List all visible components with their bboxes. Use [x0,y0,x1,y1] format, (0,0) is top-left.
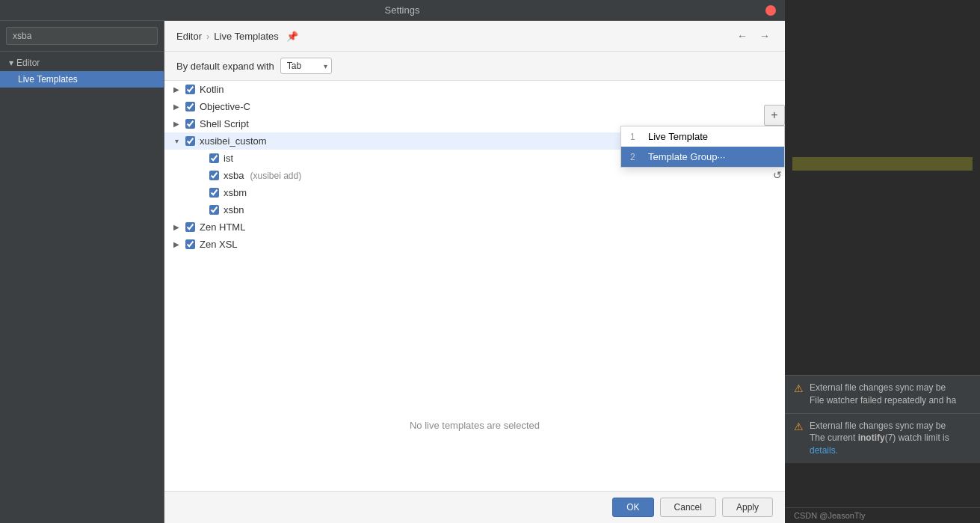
nav-forward-button[interactable]: → [756,28,773,43]
chevron-down-icon: ▾ [9,58,13,68]
empty-message-area: No live templates are selected [164,360,785,491]
dropdown-num-2: 2 [630,152,642,162]
search-box [0,21,164,52]
dropdown-num-1: 1 [630,132,642,142]
kotlin-checkbox[interactable] [185,85,195,94]
sidebar-item-label: Live Templates [18,74,78,85]
add-btn-container: + [764,105,785,126]
warning-icon: ⚠ [794,382,804,394]
right-panel: ⚠ External file changes sync may be File… [785,0,980,523]
xsbm-label: xsbm [224,187,247,198]
warning-icon-2: ⚠ [794,420,804,432]
notif-body-2: The current inotify(7) watch limit is [810,432,949,443]
xusibei-custom-checkbox[interactable] [185,136,195,146]
close-button[interactable] [765,5,776,16]
expand-select-wrap: Tab Enter Space [280,58,332,74]
apply-button[interactable]: Apply [722,498,773,517]
cancel-button[interactable]: Cancel [660,498,716,517]
ist-label: ist [224,153,233,164]
tree-item-zen-xsl[interactable]: ▶ Zen XSL [164,236,785,253]
inotify-bold: inotify [858,432,885,443]
dialog-footer: OK Cancel Apply [164,491,785,523]
notification-2: ⚠ External file changes sync may be The … [785,413,980,463]
title-bar: Settings [0,0,785,21]
breadcrumb-parent: Editor [176,31,202,42]
tree-item-objective-c[interactable]: ▶ Objective-C [164,98,785,115]
nav-icons: ← → [734,28,773,43]
expand-select[interactable]: Tab Enter Space [280,58,332,74]
shell-script-checkbox[interactable] [185,119,195,129]
dialog-title: Settings [39,4,765,16]
tree-item-kotlin[interactable]: ▶ Kotlin [164,81,785,98]
sidebar: ▾ Editor Live Templates [0,21,164,523]
zen-html-checkbox[interactable] [185,222,195,232]
tree-area: ▶ Kotlin ▶ Objective-C ▶ Shell Scri [164,81,785,360]
breadcrumb-separator: › [206,31,209,42]
dropdown-label-live-template: Live Template [648,131,708,142]
tree-item-xsbn[interactable]: xsbn [164,201,785,218]
chevron-right-icon: ▶ [170,240,182,248]
sidebar-section: ▾ Editor Live Templates [0,52,164,91]
chevron-right-icon: ▶ [170,120,182,128]
expand-label: By default expand with [176,61,274,72]
shell-script-label: Shell Script [200,118,249,129]
xsbm-checkbox[interactable] [209,188,219,198]
xsba-sublabel: (xusibei add) [250,171,301,181]
yellow-highlight [792,157,973,171]
add-dropdown: 1 Live Template 2 Template Group··· [620,126,785,168]
notif-text-1: External file changes sync may be File w… [810,382,956,407]
chevron-right-icon: ▶ [170,103,182,111]
editor-content [785,0,980,178]
zen-xsl-checkbox[interactable] [185,239,195,249]
xsba-checkbox[interactable] [209,171,219,180]
objective-c-label: Objective-C [200,101,250,112]
sidebar-item-live-templates[interactable]: Live Templates [0,71,164,88]
dropdown-label-template-group: Template Group··· [648,151,725,162]
tree-item-zen-html[interactable]: ▶ Zen HTML [164,218,785,236]
notifications: ⚠ External file changes sync may be File… [785,375,980,463]
dropdown-item-template-group[interactable]: 2 Template Group··· [621,147,784,167]
ok-button[interactable]: OK [612,498,653,517]
sidebar-group-label: Editor [16,58,40,68]
notif-title-1: External file changes sync may be [810,382,946,393]
xsba-label: xsba [224,170,244,181]
zen-xsl-label: Zen XSL [200,239,238,250]
tree-item-xsbm[interactable]: xsbm [164,184,785,201]
chevron-right-icon: ▶ [170,85,182,94]
search-input[interactable] [6,27,158,45]
dropdown-item-live-template[interactable]: 1 Live Template [621,126,784,147]
chevron-right-icon: ▶ [170,223,182,231]
xsbn-checkbox[interactable] [209,205,219,215]
notif-text-2: External file changes sync may be The cu… [810,420,949,457]
empty-message: No live templates are selected [395,405,555,446]
kotlin-label: Kotlin [200,84,224,95]
pin-icon: 📌 [286,31,298,42]
ist-checkbox[interactable] [209,153,219,163]
notif-title-2: External file changes sync may be [810,420,946,431]
zen-html-label: Zen HTML [200,221,245,233]
add-button[interactable]: + [764,105,785,126]
csdn-bar: CSDN @JeasonTly [785,507,980,523]
chevron-down-icon: ▾ [170,137,182,145]
breadcrumb-bar: Editor › Live Templates 📌 ← → [164,21,785,52]
notification-1: ⚠ External file changes sync may be File… [785,375,980,413]
xsbn-label: xsbn [224,204,244,215]
nav-back-button[interactable]: ← [734,28,751,43]
sidebar-group-editor[interactable]: ▾ Editor [0,55,164,71]
xusibei-custom-label: xusibei_custom [200,135,267,147]
main-content: Editor › Live Templates 📌 ← → By default… [164,21,785,523]
undo-button[interactable]: ↺ [773,169,782,181]
tree-item-xsba[interactable]: xsba (xusibei add) [164,167,785,184]
notif-body-1: File watcher failed repeatedly and ha [810,395,956,406]
notif-details-link[interactable]: details. [810,445,838,456]
breadcrumb-current: Live Templates [214,31,278,42]
objective-c-checkbox[interactable] [185,102,195,111]
toolbar: By default expand with Tab Enter Space [164,52,785,81]
